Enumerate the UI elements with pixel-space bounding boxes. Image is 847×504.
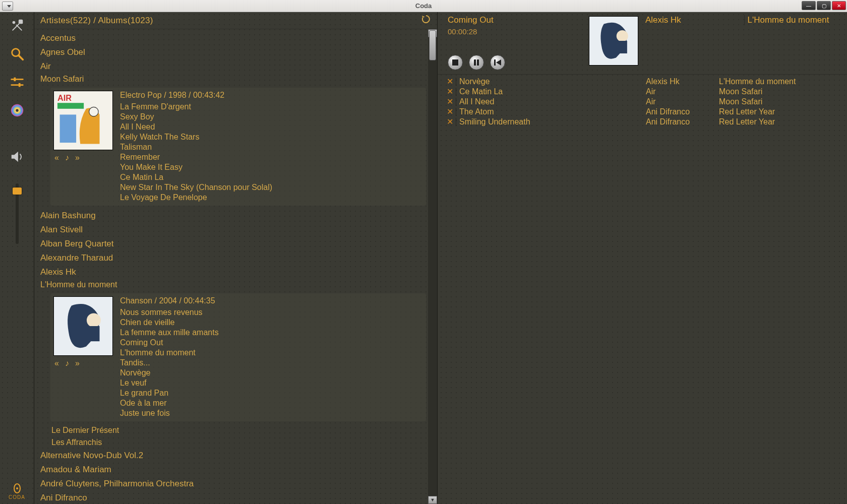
album-play-icon[interactable]: ♪	[65, 359, 69, 368]
artist-row[interactable]: Amadou & Mariam	[38, 463, 426, 477]
svg-point-1	[12, 21, 15, 24]
track-row[interactable]: Nous sommes revenus	[120, 307, 421, 318]
search-icon[interactable]	[9, 45, 26, 62]
artist-row[interactable]: Alexandre Tharaud	[38, 251, 426, 265]
scroll-down-icon[interactable]: ▼	[428, 496, 437, 504]
track-row[interactable]: Juste une fois	[120, 408, 421, 418]
track-row[interactable]: Le Voyage De Penelope	[120, 193, 421, 203]
track-row[interactable]: Le veuf	[120, 378, 421, 388]
stop-button[interactable]	[448, 55, 463, 70]
album-title[interactable]: L'Homme du moment	[38, 279, 426, 291]
previous-button[interactable]	[490, 55, 505, 70]
queue-track: Ce Matin La	[459, 87, 646, 97]
library-header: Artistes(522) / Albums(1023)	[34, 12, 437, 29]
album-next-icon[interactable]: »	[75, 359, 80, 368]
track-row[interactable]: La Femme D'argent	[120, 102, 421, 112]
queue-row[interactable]: ✕NorvègeAlexis HkL'Homme du moment	[445, 77, 842, 87]
window-titlebar: Coda — ▢ ✕	[0, 0, 847, 12]
queue-row[interactable]: ✕Ce Matin LaAirMoon Safari	[445, 87, 842, 97]
queue-track: All I Need	[459, 97, 646, 107]
artist-row[interactable]: Accentus	[38, 31, 426, 45]
queue-row[interactable]: ✕Smiling UnderneathAni DifrancoRed Lette…	[445, 117, 842, 127]
now-playing-cover	[589, 16, 638, 66]
window-menu-button[interactable]	[2, 2, 13, 11]
window-title: Coda	[0, 2, 847, 10]
speaker-icon[interactable]	[9, 148, 26, 165]
track-row[interactable]: Norvège	[120, 368, 421, 378]
window-minimize-button[interactable]: —	[802, 1, 816, 10]
now-playing-artist: Alexis Hk	[645, 15, 740, 25]
track-row[interactable]: Talisman	[120, 142, 421, 152]
queue-track: Norvège	[459, 77, 646, 87]
queue-remove-icon[interactable]: ✕	[445, 77, 455, 87]
artist-row[interactable]: Air	[38, 59, 426, 74]
queue-artist: Air	[646, 87, 719, 97]
scroll-thumb[interactable]	[429, 30, 436, 60]
library-scrollbar[interactable]: ▲ ▼	[428, 29, 437, 504]
svg-rect-11	[57, 103, 84, 109]
track-row[interactable]: Tandis...	[120, 358, 421, 368]
artist-row[interactable]: Ani Difranco	[38, 491, 426, 504]
svg-point-12	[89, 107, 99, 116]
svg-rect-13	[60, 114, 76, 143]
artist-row[interactable]: Alternative Novo-Dub Vol.2	[38, 449, 426, 463]
track-row[interactable]: Le grand Pan	[120, 388, 421, 398]
pause-button[interactable]	[469, 55, 484, 70]
volume-thumb[interactable]	[13, 187, 22, 195]
artist-row[interactable]: André Cluytens, Philharmonia Orchestra	[38, 477, 426, 491]
artist-row[interactable]: Agnes Obel	[38, 45, 426, 59]
library-breadcrumb[interactable]: Artistes(522) / Albums(1023)	[40, 16, 153, 26]
album-row[interactable]: Le Dernier Présent	[38, 424, 426, 436]
settings-icon[interactable]	[9, 17, 26, 34]
window-close-button[interactable]: ✕	[832, 1, 846, 10]
album-title[interactable]: Moon Safari	[38, 74, 426, 86]
album-prev-icon[interactable]: «	[54, 153, 59, 162]
track-row[interactable]: Ce Matin La	[120, 172, 421, 182]
artist-row[interactable]: Alban Berg Quartet	[38, 237, 426, 251]
now-playing-time: 00:00:28	[448, 27, 583, 36]
artist-row[interactable]: Alexis Hk	[38, 265, 426, 279]
separator	[456, 118, 456, 126]
disc-icon[interactable]	[9, 102, 26, 119]
separator	[456, 78, 456, 86]
queue-album: L'Homme du moment	[719, 77, 842, 87]
track-row[interactable]: L'homme du moment	[120, 348, 421, 358]
queue-album: Red Letter Year	[719, 107, 842, 117]
queue-remove-icon[interactable]: ✕	[445, 117, 455, 127]
track-row[interactable]: Ode à la mer	[120, 398, 421, 408]
album-play-icon[interactable]: ♪	[65, 153, 69, 162]
track-row[interactable]: Kelly Watch The Stars	[120, 132, 421, 142]
track-row[interactable]: Coming Out	[120, 338, 421, 348]
separator	[456, 98, 456, 106]
queue-remove-icon[interactable]: ✕	[445, 87, 455, 97]
track-row[interactable]: Chien de vieille	[120, 318, 421, 328]
queue-remove-icon[interactable]: ✕	[445, 97, 455, 107]
window-maximize-button[interactable]: ▢	[817, 1, 831, 10]
artist-row[interactable]: Alan Stivell	[38, 223, 426, 237]
svg-point-6	[16, 109, 19, 112]
track-row[interactable]: La femme aux mille amants	[120, 328, 421, 338]
track-row[interactable]: All I Need	[120, 122, 421, 132]
album-row[interactable]: Les Affranchis	[38, 436, 426, 449]
queue-album: Moon Safari	[719, 87, 842, 97]
library-panel: Artistes(522) / Albums(1023) AccentusAgn…	[34, 12, 438, 504]
track-row[interactable]: New Star In The Sky (Chanson pour Solal)	[120, 182, 421, 193]
queue-artist: Alexis Hk	[646, 77, 719, 87]
track-row[interactable]: You Make It Easy	[120, 162, 421, 172]
track-row[interactable]: Sexy Boy	[120, 112, 421, 122]
queue-remove-icon[interactable]: ✕	[445, 107, 455, 117]
queue-artist: Air	[646, 97, 719, 107]
queue-row[interactable]: ✕All I NeedAirMoon Safari	[445, 97, 842, 107]
artist-row[interactable]: Alain Bashung	[38, 209, 426, 223]
queue-track: Smiling Underneath	[459, 117, 646, 127]
equalizer-icon[interactable]	[9, 74, 26, 91]
refresh-icon[interactable]	[421, 14, 431, 27]
volume-slider[interactable]	[16, 183, 19, 244]
album-cover: AIR	[53, 91, 113, 150]
album-prev-icon[interactable]: «	[54, 359, 59, 368]
track-row[interactable]: Remember	[120, 152, 421, 162]
album-next-icon[interactable]: »	[75, 153, 80, 162]
queue-row[interactable]: ✕The AtomAni DifrancoRed Letter Year	[445, 107, 842, 117]
separator	[456, 108, 456, 116]
queue-album: Moon Safari	[719, 97, 842, 107]
